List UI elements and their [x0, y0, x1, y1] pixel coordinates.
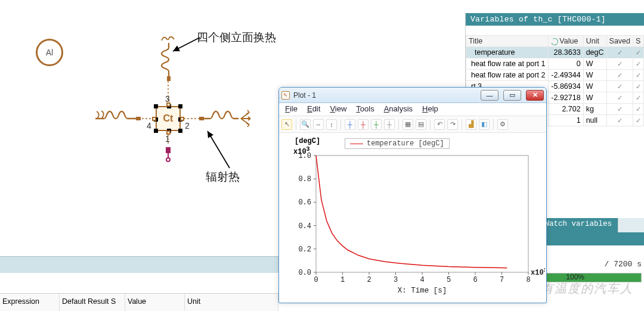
- status-time: / 7200 s: [605, 260, 642, 269]
- col-value[interactable]: Value: [549, 36, 583, 47]
- plot-chart[interactable]: 0.00.20.40.60.81.0012345678x103X: Time […: [291, 146, 545, 301]
- menu-file[interactable]: File: [285, 104, 298, 116]
- col-saved[interactable]: Saved: [606, 36, 633, 47]
- cell-title: temperature: [466, 47, 549, 58]
- tool-zoomy-icon[interactable]: ↕: [326, 119, 337, 130]
- cell-saved[interactable]: ✓: [606, 47, 633, 58]
- col-unit[interactable]: Unit: [185, 294, 278, 311]
- plot-titlebar[interactable]: ✎ Plot - 1 — ▭ ✕: [279, 88, 546, 103]
- cell-s[interactable]: ✓: [633, 92, 644, 104]
- col-expression[interactable]: Expression: [0, 294, 60, 311]
- svg-text:1.0: 1.0: [298, 152, 311, 160]
- col-value[interactable]: Value: [125, 294, 185, 311]
- cell-unit: degC: [583, 47, 606, 58]
- col-default-result[interactable]: Default Result S: [60, 294, 125, 311]
- expression-table-header: Expression Default Result S Value Unit: [0, 293, 278, 311]
- schematic: Al 四个侧立面换热 辐射热: [24, 30, 280, 209]
- svg-rect-3: [166, 148, 170, 153]
- tool-hist-icon[interactable]: ▟: [466, 119, 476, 130]
- cell-unit: kg: [583, 104, 606, 115]
- tool-cursor-icon[interactable]: ↖: [281, 119, 292, 130]
- plot-window[interactable]: ✎ Plot - 1 — ▭ ✕ File Edit View Tools An…: [278, 87, 547, 303]
- cell-unit: W: [583, 58, 606, 70]
- tool-grid-icon[interactable]: ▦: [402, 119, 413, 130]
- tool-marker2-icon[interactable]: ┼: [358, 119, 369, 130]
- col-s[interactable]: S: [633, 36, 644, 47]
- window-maximize-button[interactable]: ▭: [503, 90, 521, 101]
- annotation-top: 四个侧立面换热: [197, 30, 276, 45]
- cell-s[interactable]: ✓: [633, 47, 644, 58]
- tool-marker4-icon[interactable]: ┼: [384, 119, 395, 130]
- menu-help[interactable]: Help: [422, 104, 438, 116]
- svg-text:X: Time [s]: X: Time [s]: [398, 287, 447, 295]
- svg-rect-5: [316, 156, 528, 272]
- menu-edit[interactable]: Edit: [307, 104, 320, 116]
- svg-text:x103: x103: [531, 268, 545, 277]
- svg-text:0: 0: [314, 276, 318, 284]
- plot-toolbar: ↖ 🔍 ↔ ↕ ┼ ┼ ┼ ┼ ▦ ▤ ↶ ↷ ▟ ◧ ⚙: [279, 116, 546, 133]
- cell-value: 2.702: [549, 104, 583, 115]
- cell-value: 28.3633: [549, 47, 583, 58]
- tool-marker3-icon[interactable]: ┼: [371, 119, 382, 130]
- col-title[interactable]: Title: [466, 36, 549, 47]
- cell-s[interactable]: ✓: [633, 81, 644, 92]
- cell-saved[interactable]: ✓: [606, 115, 633, 126]
- svg-text:8: 8: [526, 276, 530, 284]
- svg-rect-1: [136, 117, 141, 120]
- ct-label: Ct: [163, 113, 174, 124]
- al-node: Al: [36, 39, 63, 66]
- tool-palette-icon[interactable]: ◧: [479, 119, 490, 130]
- svg-text:0.2: 0.2: [298, 245, 311, 254]
- variables-row[interactable]: heat flow rate at port 2-2.49344W✓✓: [466, 70, 644, 81]
- svg-text:4: 4: [420, 276, 424, 284]
- cell-s[interactable]: ✓: [633, 58, 644, 70]
- menu-analysis[interactable]: Analysis: [384, 104, 413, 116]
- tool-settings-icon[interactable]: ⚙: [497, 119, 508, 130]
- tool-undo-icon[interactable]: ↶: [434, 119, 445, 130]
- handle[interactable]: [154, 129, 158, 133]
- handle[interactable]: [178, 129, 182, 133]
- handle[interactable]: [154, 104, 158, 108]
- tool-marker1-icon[interactable]: ┼: [345, 119, 355, 130]
- cell-saved[interactable]: ✓: [606, 92, 633, 104]
- cell-s[interactable]: ✓: [633, 70, 644, 81]
- svg-text:0.0: 0.0: [298, 269, 311, 277]
- tab-watch-variables[interactable]: Watch variables: [539, 218, 619, 232]
- cell-s[interactable]: ✓: [633, 104, 644, 115]
- tool-zoomx-icon[interactable]: ↔: [313, 119, 324, 130]
- cell-saved[interactable]: ✓: [606, 104, 633, 115]
- port-label-4: 4: [147, 121, 151, 130]
- cell-unit: W: [583, 70, 606, 81]
- tool-panel-icon[interactable]: ▤: [416, 119, 426, 130]
- window-close-button[interactable]: ✕: [526, 90, 544, 101]
- menu-tools[interactable]: Tools: [356, 104, 374, 116]
- convection-left: [95, 110, 152, 127]
- variables-row[interactable]: temperature28.3633degC✓✓: [466, 47, 644, 58]
- port-right[interactable]: [180, 117, 184, 121]
- svg-text:5: 5: [447, 276, 451, 284]
- ct-block[interactable]: Ct: [156, 106, 181, 131]
- cell-saved[interactable]: ✓: [606, 70, 633, 81]
- cell-unit: W: [583, 81, 606, 92]
- cell-value: -5.86934: [549, 81, 583, 92]
- svg-text:7: 7: [500, 276, 504, 284]
- variables-row[interactable]: heat flow rate at port 10W✓✓: [466, 58, 644, 70]
- menu-view[interactable]: View: [330, 104, 346, 116]
- cell-saved[interactable]: ✓: [606, 58, 633, 70]
- cell-value: 1: [549, 115, 583, 126]
- cell-s[interactable]: ✓: [633, 115, 644, 126]
- col-unit[interactable]: Unit: [583, 36, 606, 47]
- port-label-2: 2: [185, 121, 190, 130]
- cell-unit: null: [583, 115, 606, 126]
- tool-redo-icon[interactable]: ↷: [447, 119, 458, 130]
- plot-file-icon: ✎: [281, 91, 290, 99]
- plot-ylabel: [degC]: [295, 136, 320, 145]
- variables-header-row[interactable]: Title Value Unit Saved S: [466, 36, 644, 47]
- port-left[interactable]: [152, 117, 156, 121]
- cell-saved[interactable]: ✓: [606, 81, 633, 92]
- tool-zoom-icon[interactable]: 🔍: [300, 119, 311, 130]
- window-minimize-button[interactable]: —: [481, 90, 499, 101]
- handle[interactable]: [178, 104, 182, 108]
- progress-percent: 100%: [566, 273, 584, 281]
- svg-text:0.8: 0.8: [298, 175, 311, 184]
